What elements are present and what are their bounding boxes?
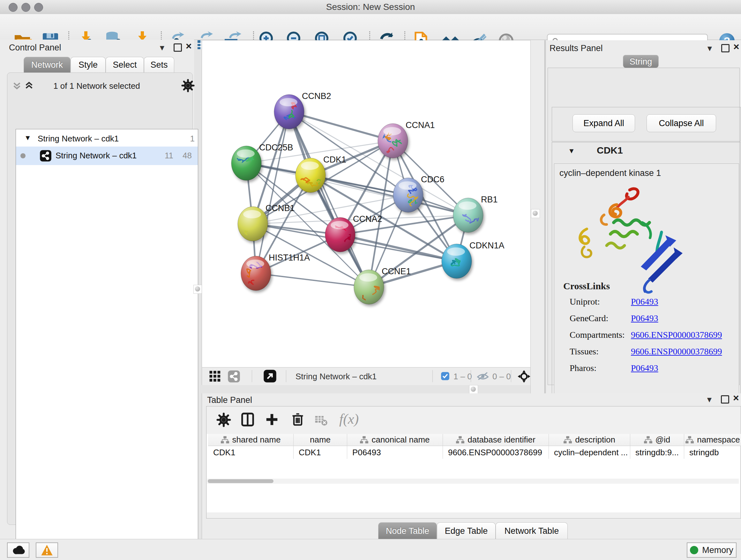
tab-network[interactable]: Network	[23, 57, 71, 72]
results-panel-title: Results Panel	[549, 44, 603, 53]
network-node-CDC25B[interactable]	[231, 146, 261, 180]
table-horizontal-scrollbar[interactable]	[207, 479, 739, 484]
edge-HIST1H1A-CCNE1[interactable]	[256, 273, 369, 287]
node-label-CCNA2: CCNA2	[353, 214, 382, 224]
protein-structure-image	[566, 184, 687, 296]
node-label-RB1: RB1	[481, 195, 498, 204]
string-results-container: Expand All Collapse All ▼ CDK1 cyclin–de…	[548, 68, 740, 385]
function-builder-icon[interactable]: f(x)	[339, 411, 359, 427]
node-label-CCNE1: CCNE1	[382, 266, 411, 276]
float-panel-icon[interactable]	[721, 44, 730, 52]
table-panel: Table Panel ▼ × f(x) shared namenamecano…	[202, 393, 741, 539]
collapse-all-networks-icon[interactable]	[12, 80, 22, 91]
column-type-icon	[685, 436, 694, 444]
network-options-gear-icon[interactable]	[181, 78, 195, 92]
table-cell[interactable]: P06493	[347, 446, 443, 459]
bottom-splitter-handle[interactable]	[469, 385, 478, 394]
column-header-shared-name[interactable]: shared name	[208, 434, 293, 446]
expand-all-networks-icon[interactable]	[24, 80, 34, 91]
add-column-icon[interactable]	[265, 412, 279, 427]
tab-sets[interactable]: Sets	[144, 57, 174, 72]
tab-network-table[interactable]: Network Table	[495, 522, 568, 539]
delete-column-icon[interactable]	[290, 412, 306, 427]
table-cell[interactable]: 9606.ENSP00000378699	[443, 446, 549, 459]
toolbar-separator	[252, 370, 252, 382]
table-cell[interactable]: stringdb	[684, 446, 741, 459]
table-settings-gear-icon[interactable]	[216, 412, 231, 428]
network-node-CCNE1[interactable]	[354, 270, 384, 311]
tab-string[interactable]: String	[623, 55, 659, 68]
gene-name: CDK1	[597, 145, 623, 156]
network-node-CDKN1A[interactable]	[442, 244, 472, 278]
scrollbar-thumb[interactable]	[208, 479, 273, 483]
left-splitter-handle[interactable]	[193, 285, 202, 294]
tab-style[interactable]: Style	[71, 57, 106, 72]
section-expander-icon[interactable]: ▼	[568, 147, 575, 155]
column-header-namespace[interactable]: namespace	[684, 434, 741, 446]
network-node-CCNB1[interactable]	[238, 206, 268, 241]
crosslink-link[interactable]: 9606.ENSP00000378699	[631, 347, 722, 357]
selected-count-badge: 1 – 0	[454, 372, 472, 381]
cloud-status-button[interactable]	[7, 543, 29, 558]
crosslink-link[interactable]: P06493	[631, 363, 658, 373]
grid-view-icon[interactable]	[208, 370, 222, 383]
tab-select[interactable]: Select	[106, 57, 144, 72]
network-node-CCNB2[interactable]	[274, 95, 304, 129]
network-status-dot-icon	[20, 153, 25, 159]
column-header-@id[interactable]: @id	[630, 434, 684, 446]
float-panel-icon[interactable]	[721, 395, 729, 403]
network-collection-row[interactable]: ▼ String Network – cdk1 1	[16, 131, 198, 146]
column-type-icon	[360, 436, 368, 444]
column-header-name[interactable]: name	[293, 434, 347, 446]
crosslink-link[interactable]: P06493	[631, 313, 658, 323]
tree-expander-icon[interactable]: ▼	[24, 134, 31, 142]
network-node-CDK1[interactable]	[295, 158, 327, 192]
panel-menu-icon[interactable]: ▼	[158, 44, 166, 52]
network-node-RB1[interactable]	[453, 198, 483, 233]
memory-button[interactable]: Memory	[687, 543, 737, 558]
panel-menu-icon[interactable]: ▼	[705, 395, 713, 404]
table-cell[interactable]: cyclin–dependent ...	[549, 446, 630, 459]
close-panel-icon[interactable]: ×	[733, 392, 739, 404]
delete-table-icon[interactable]	[314, 414, 328, 427]
close-panel-icon[interactable]: ×	[733, 41, 739, 53]
crosslink-link[interactable]: P06493	[631, 297, 658, 307]
column-header-canonical-name[interactable]: canonical name	[347, 434, 443, 446]
hidden-count-badge: 0 – 0	[492, 372, 511, 381]
close-panel-icon[interactable]: ×	[186, 40, 192, 52]
open-external-icon[interactable]	[263, 369, 277, 383]
crosslink-link[interactable]: 9606.ENSP00000378699	[631, 330, 722, 340]
selected-checkbox-icon[interactable]	[441, 372, 450, 381]
hidden-eye-slash-icon[interactable]	[476, 371, 489, 381]
float-panel-icon[interactable]	[174, 44, 182, 52]
warning-status-button[interactable]	[36, 543, 58, 558]
table-cell[interactable]: CDK1	[208, 446, 293, 459]
panel-menu-icon[interactable]: ▼	[706, 44, 714, 53]
expand-all-button[interactable]: Expand All	[572, 114, 635, 132]
network-selection-summary: 1 of 1 Network selected	[43, 81, 151, 91]
table-cell[interactable]: stringdb:9...	[630, 446, 684, 459]
toolbar-separator	[511, 370, 511, 382]
toolbar-separator	[432, 370, 433, 382]
table-cell[interactable]: CDK1	[293, 446, 347, 459]
network-node-CCNA1[interactable]	[378, 124, 408, 158]
network-node-HIST1H1A[interactable]	[239, 256, 271, 291]
column-type-icon	[644, 436, 652, 444]
network-canvas[interactable]: CCNB2CCNA1CDC25BCDK1CDC6RB1CCNB1CCNA2CDK…	[202, 40, 531, 368]
collapse-all-button[interactable]: Collapse All	[647, 114, 716, 132]
column-header-description[interactable]: description	[549, 434, 630, 446]
show-columns-icon[interactable]	[240, 412, 256, 428]
birdseye-navigator-icon[interactable]	[517, 370, 531, 383]
column-header-database-identifier[interactable]: database identifier	[443, 434, 549, 446]
network-node-CCNA2[interactable]	[325, 217, 355, 252]
gene-description: cyclin–dependent kinase 1	[559, 168, 661, 178]
edge-CCNB2-CCNA1[interactable]	[289, 112, 393, 141]
tab-node-table[interactable]: Node Table	[378, 522, 437, 539]
network-row-selected[interactable]: String Network – cdk1 11 48	[16, 146, 198, 165]
network-tab-content: 1 of 1 Network selected ▼ String Network…	[7, 72, 193, 525]
network-node-CDC6[interactable]	[393, 178, 423, 212]
tab-edge-table[interactable]: Edge Table	[437, 522, 495, 539]
string-view-icon[interactable]	[227, 370, 240, 383]
right-splitter-handle[interactable]	[531, 209, 540, 218]
network-collection-count: 1	[184, 134, 195, 144]
